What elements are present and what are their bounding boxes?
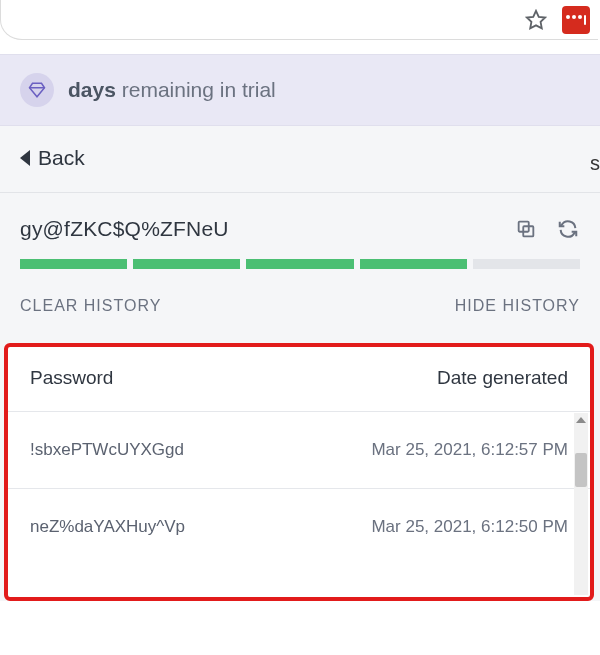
- clear-history-button[interactable]: CLEAR HISTORY: [20, 297, 161, 315]
- svg-marker-0: [527, 10, 545, 27]
- back-button[interactable]: Back: [0, 126, 600, 193]
- generator-section: gy@fZKC$Q%ZFNeU: [0, 193, 600, 277]
- history-date: Mar 25, 2021, 6:12:57 PM: [371, 440, 568, 460]
- back-triangle-icon: [20, 150, 30, 166]
- strength-meter: [20, 259, 580, 269]
- history-password: neZ%daYAXHuy^Vp: [30, 517, 185, 537]
- history-row[interactable]: !sbxePTWcUYXGgd Mar 25, 2021, 6:12:57 PM: [8, 412, 590, 489]
- star-icon[interactable]: [524, 8, 548, 32]
- strength-seg: [133, 259, 240, 269]
- strength-seg: [246, 259, 353, 269]
- trial-banner[interactable]: days remaining in trial: [0, 54, 600, 126]
- history-header: Password Date generated: [8, 347, 590, 412]
- scroll-up-icon[interactable]: [574, 413, 588, 427]
- diamond-icon: [20, 73, 54, 107]
- hide-history-button[interactable]: HIDE HISTORY: [455, 297, 580, 315]
- history-password: !sbxePTWcUYXGgd: [30, 440, 184, 460]
- cropped-page-text: s: [590, 152, 600, 175]
- history-controls: CLEAR HISTORY HIDE HISTORY: [0, 277, 600, 339]
- trial-text: days remaining in trial: [68, 78, 276, 102]
- history-row[interactable]: neZ%daYAXHuy^Vp Mar 25, 2021, 6:12:50 PM: [8, 489, 590, 565]
- extension-icon[interactable]: [562, 6, 590, 34]
- copy-icon[interactable]: [514, 217, 538, 241]
- scroll-thumb[interactable]: [575, 453, 587, 487]
- col-date: Date generated: [437, 367, 568, 389]
- history-date: Mar 25, 2021, 6:12:50 PM: [371, 517, 568, 537]
- refresh-icon[interactable]: [556, 217, 580, 241]
- trial-rest: remaining in trial: [116, 78, 276, 101]
- generated-password[interactable]: gy@fZKC$Q%ZFNeU: [20, 217, 229, 241]
- trial-days: days: [68, 78, 116, 101]
- strength-seg: [20, 259, 127, 269]
- extension-popup: days remaining in trial Back gy@fZKC$Q%Z…: [0, 54, 600, 601]
- scrollbar[interactable]: [574, 413, 588, 595]
- strength-seg: [360, 259, 467, 269]
- col-password: Password: [30, 367, 113, 389]
- browser-toolbar: [0, 0, 598, 40]
- strength-seg: [473, 259, 580, 269]
- history-panel: Password Date generated !sbxePTWcUYXGgd …: [4, 343, 594, 601]
- back-label: Back: [38, 146, 85, 170]
